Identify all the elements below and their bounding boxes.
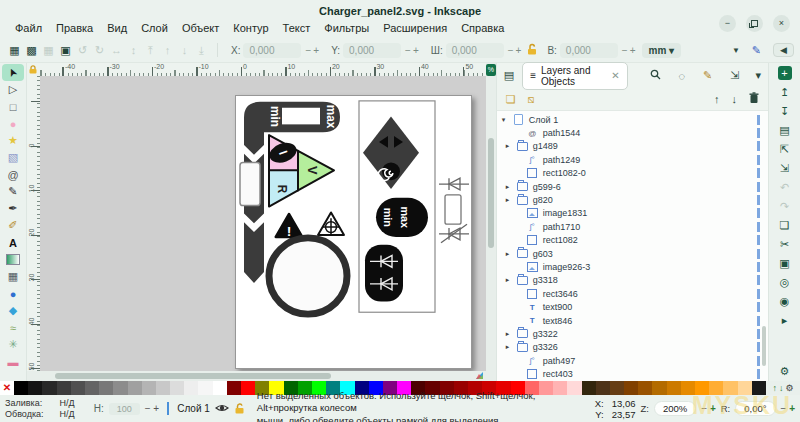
highlight-color-bar[interactable] xyxy=(757,316,760,326)
layer-object-row[interactable]: @ ʃ° T path1544 xyxy=(497,126,768,139)
command-button[interactable]: ▸ xyxy=(782,313,788,327)
height-stepper[interactable]: −+ xyxy=(622,45,638,56)
toolbar-button[interactable]: ▦ xyxy=(40,44,57,57)
horizontal-scrollbar[interactable] xyxy=(27,371,486,381)
tool-button[interactable]: ▬ xyxy=(2,353,24,370)
menu-item[interactable]: Слой xyxy=(134,20,175,36)
toolbar-button[interactable]: ↑ xyxy=(159,44,176,56)
command-button[interactable]: ❏ xyxy=(780,218,790,232)
menu-item[interactable]: Фильтры xyxy=(317,20,376,36)
horizontal-ruler[interactable]: -40-30-20-1001020304050 xyxy=(40,63,486,76)
close-tab-icon[interactable]: ✕ xyxy=(611,70,619,81)
x-stepper[interactable]: −+ xyxy=(305,45,321,56)
toolbar-button[interactable]: ⤓ xyxy=(193,44,210,57)
expander-icon[interactable] xyxy=(506,196,516,204)
vertical-ruler[interactable]: 0102030405060 xyxy=(27,76,40,371)
color-swatch[interactable] xyxy=(610,381,624,395)
toolbar-button[interactable]: ▦ xyxy=(6,44,23,57)
color-swatch[interactable] xyxy=(57,381,71,395)
tool-button[interactable]: ≈ xyxy=(2,319,24,336)
zoom-stepper[interactable]: − + xyxy=(701,403,715,414)
search-icon[interactable] xyxy=(650,69,661,82)
color-swatch[interactable] xyxy=(85,381,99,395)
layer-object-row[interactable]: @ ʃ° T g3322 xyxy=(497,327,768,340)
highlight-color-bar[interactable] xyxy=(757,128,760,138)
layer-object-row[interactable]: @ ʃ° T image926-3 xyxy=(497,260,768,273)
layer-object-row[interactable]: @ ʃ° T path497 xyxy=(497,354,768,367)
collapse-panel-button[interactable]: ◀ xyxy=(773,43,794,57)
menu-item[interactable]: Справка xyxy=(454,20,511,36)
layer-object-row[interactable]: @ ʃ° T image1831 xyxy=(497,207,768,220)
width-field[interactable]: 0,000 xyxy=(446,43,504,58)
color-managed-display-icon[interactable] xyxy=(475,371,484,382)
height-field[interactable]: 0,000 xyxy=(560,43,618,58)
color-swatch[interactable] xyxy=(198,381,212,395)
highlight-color-bar[interactable] xyxy=(757,302,760,312)
snap-toggle-button[interactable]: % xyxy=(486,64,496,76)
no-color-swatch[interactable]: ✕ xyxy=(0,381,14,395)
tool-button[interactable]: □ xyxy=(2,98,24,115)
preferences-gear-icon[interactable]: ⚙ xyxy=(780,365,790,378)
highlight-color-bar[interactable] xyxy=(757,195,760,205)
toolbar-button[interactable]: ▩ xyxy=(23,44,40,57)
tool-button[interactable]: ● xyxy=(2,115,24,132)
layer-lock-icon[interactable] xyxy=(234,402,246,416)
highlight-color-bar[interactable] xyxy=(757,208,760,218)
close-button[interactable]: × xyxy=(773,15,790,32)
highlight-color-bar[interactable] xyxy=(757,155,760,165)
tool-button[interactable]: ▦ xyxy=(2,268,24,285)
highlight-color-bar[interactable] xyxy=(757,168,760,178)
expander-icon[interactable] xyxy=(506,343,516,351)
tab-layers-and-objects[interactable]: ≡ Layers and Objects ✕ xyxy=(522,62,627,90)
command-button[interactable]: ⇲ xyxy=(780,161,789,175)
highlight-color-bar[interactable] xyxy=(757,115,760,125)
move-up-button[interactable]: ↑ xyxy=(714,93,720,105)
toolbar-button[interactable]: ↓ xyxy=(176,44,193,56)
layer-object-row[interactable]: @ ʃ° T g3318 xyxy=(497,274,768,287)
menu-item[interactable]: Объект xyxy=(175,20,226,36)
layer-object-row[interactable]: @ ʃ° T rect403 xyxy=(497,367,768,380)
width-stepper[interactable]: −+ xyxy=(508,45,524,56)
lock-ratio-icon[interactable] xyxy=(527,41,538,59)
layer-object-row[interactable]: @ ʃ° T path1710 xyxy=(497,220,768,233)
tree-scrollbar-thumb[interactable] xyxy=(762,326,766,366)
color-swatch[interactable] xyxy=(227,381,241,395)
command-button[interactable]: ↶ xyxy=(780,180,789,194)
color-swatch[interactable] xyxy=(638,381,652,395)
toolbar-button[interactable]: ⤒ xyxy=(142,44,159,57)
highlight-color-bar[interactable] xyxy=(757,289,760,299)
menu-item[interactable]: Файл xyxy=(8,20,49,36)
layer-object-row[interactable]: @ ʃ° T path1249 xyxy=(497,153,768,166)
tool-button[interactable]: ▧ xyxy=(2,149,24,166)
layer-object-row[interactable]: @ ʃ° T g820 xyxy=(497,193,768,206)
highlight-color-bar[interactable] xyxy=(757,275,760,285)
fill-stroke-indicator[interactable]: Заливка: Н/Д Обводка: Н/Д xyxy=(5,398,75,420)
color-swatch[interactable] xyxy=(213,381,227,395)
tool-button[interactable]: ✎ xyxy=(2,183,24,200)
vertical-scrollbar[interactable]: % xyxy=(486,63,496,381)
menu-item[interactable]: Текст xyxy=(276,20,318,36)
palette-settings-icon[interactable]: ⚙ xyxy=(785,383,793,393)
unit-dropdown[interactable]: mm ▾ xyxy=(642,43,682,58)
color-swatch[interactable] xyxy=(723,381,737,395)
add-sublayer-button[interactable]: ⧅ xyxy=(528,93,535,106)
delete-object-button[interactable] xyxy=(749,92,759,106)
color-swatch[interactable] xyxy=(624,381,638,395)
palette-scroll-up-icon[interactable]: ↑ xyxy=(772,383,777,393)
expander-icon[interactable] xyxy=(506,142,516,150)
snap-settings-icon[interactable]: ✎ xyxy=(752,44,761,57)
color-swatch[interactable] xyxy=(99,381,113,395)
svg-page[interactable]: min max I V R xyxy=(235,95,472,369)
panel-chevron-icon[interactable]: ▾ xyxy=(756,69,762,82)
layer-object-row[interactable]: @ ʃ° T rect1082 xyxy=(497,234,768,247)
minimize-button[interactable]: − xyxy=(719,15,736,32)
command-button[interactable]: ↥ xyxy=(780,85,789,99)
highlight-color-bar[interactable] xyxy=(757,369,760,379)
command-button[interactable]: ◉ xyxy=(780,294,790,308)
panel-menu-icon[interactable]: ▤ xyxy=(504,69,514,82)
current-layer-label[interactable]: Слой 1 xyxy=(177,403,210,414)
layer-visibility-icon[interactable] xyxy=(215,403,229,415)
palette-scroll-down-icon[interactable]: ↓ xyxy=(779,383,784,393)
color-swatch[interactable] xyxy=(142,381,156,395)
layer-object-row[interactable]: @ ʃ° T g599-6 xyxy=(497,180,768,193)
